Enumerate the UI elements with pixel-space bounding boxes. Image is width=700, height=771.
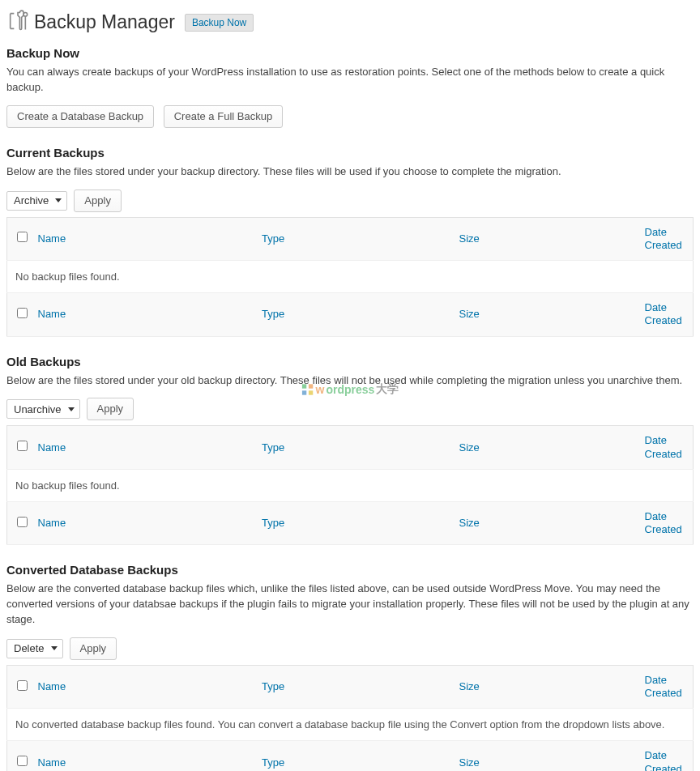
current-intro: Below are the files stored under your ba… xyxy=(6,164,694,180)
current-apply-button[interactable]: Apply xyxy=(74,190,122,212)
col-date-created[interactable]: DateCreated xyxy=(637,501,694,545)
col-size[interactable]: Size xyxy=(450,741,636,771)
old-intro: Below are the files stored under your ol… xyxy=(6,373,694,389)
chevron-down-icon xyxy=(55,198,62,202)
create-full-backup-button[interactable]: Create a Full Backup xyxy=(164,105,283,128)
col-size[interactable]: Size xyxy=(451,426,637,470)
current-table: Name Type Size DateCreated No backup fil… xyxy=(6,217,694,337)
backup-now-title-button[interactable]: Backup Now xyxy=(185,14,254,32)
col-size[interactable]: Size xyxy=(451,217,637,261)
col-type[interactable]: Type xyxy=(254,426,451,470)
current-select-all-top[interactable] xyxy=(17,232,28,242)
current-action-selected: Archive xyxy=(14,194,49,207)
section-old-backups: Old Backups Below are the files stored u… xyxy=(6,355,694,546)
page-title: Backup Manager xyxy=(34,11,180,33)
col-name[interactable]: Name xyxy=(30,665,254,709)
converted-heading: Converted Database Backups xyxy=(6,563,694,577)
converted-table: Name Type Size DateCreated No converted … xyxy=(6,665,694,771)
page-header: Backup Manager Backup Now xyxy=(6,10,694,35)
col-name[interactable]: Name xyxy=(30,293,254,337)
col-name[interactable]: Name xyxy=(30,741,254,771)
converted-select-all-bottom[interactable] xyxy=(17,756,28,766)
old-action-select[interactable]: Unarchive xyxy=(6,399,80,419)
current-empty-message: No backup files found. xyxy=(7,261,694,293)
converted-empty-message: No converted database backup files found… xyxy=(7,709,694,741)
col-name[interactable]: Name xyxy=(30,426,254,470)
converted-apply-button[interactable]: Apply xyxy=(70,637,117,660)
col-date-created[interactable]: DateCreated xyxy=(637,217,694,261)
old-empty-message: No backup files found. xyxy=(7,469,694,501)
section-current-backups: Current Backups Below are the files stor… xyxy=(6,146,694,337)
col-name[interactable]: Name xyxy=(30,501,254,545)
col-size[interactable]: Size xyxy=(451,501,637,545)
col-date-created[interactable]: DateCreated xyxy=(637,426,694,470)
tools-icon xyxy=(6,10,34,35)
col-date-created[interactable]: DateCreated xyxy=(637,741,694,771)
col-type[interactable]: Type xyxy=(254,217,451,261)
old-action-selected: Unarchive xyxy=(14,403,62,415)
col-date-created[interactable]: DateCreated xyxy=(637,665,694,709)
col-size[interactable]: Size xyxy=(450,665,636,709)
section-converted-backups: Converted Database Backups Below are the… xyxy=(6,563,694,771)
current-heading: Current Backups xyxy=(6,146,694,160)
current-action-select[interactable]: Archive xyxy=(6,191,67,211)
col-type[interactable]: Type xyxy=(254,501,451,545)
converted-action-selected: Delete xyxy=(14,642,45,654)
chevron-down-icon xyxy=(68,407,75,411)
old-select-all-top[interactable] xyxy=(17,441,28,451)
col-type[interactable]: Type xyxy=(254,293,451,337)
converted-intro: Below are the converted database backup … xyxy=(6,581,694,628)
backup-now-heading: Backup Now xyxy=(6,46,694,60)
col-type[interactable]: Type xyxy=(254,741,451,771)
svg-point-0 xyxy=(23,13,28,17)
current-select-all-bottom[interactable] xyxy=(17,308,28,318)
col-date-created[interactable]: DateCreated xyxy=(637,293,694,337)
col-name[interactable]: Name xyxy=(30,217,254,261)
create-db-backup-button[interactable]: Create a Database Backup xyxy=(6,105,154,128)
col-type[interactable]: Type xyxy=(254,665,451,709)
col-size[interactable]: Size xyxy=(451,293,637,337)
section-backup-now: Backup Now You can always create backups… xyxy=(6,46,694,128)
old-apply-button[interactable]: Apply xyxy=(87,398,134,420)
old-table: Name Type Size DateCreated No backup fil… xyxy=(6,425,694,545)
converted-action-select[interactable]: Delete xyxy=(6,639,63,658)
old-select-all-bottom[interactable] xyxy=(17,517,28,527)
backup-now-intro: You can always create backups of your Wo… xyxy=(6,65,694,96)
converted-select-all-top[interactable] xyxy=(17,680,28,691)
old-heading: Old Backups xyxy=(6,355,694,368)
chevron-down-icon xyxy=(51,646,58,650)
